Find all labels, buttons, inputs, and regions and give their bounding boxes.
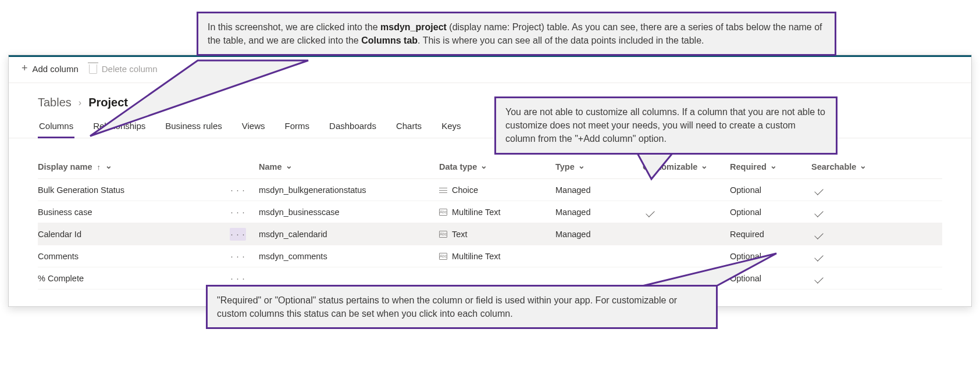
chevron-down-icon <box>578 162 585 171</box>
cell-display-name: Comments <box>38 252 230 261</box>
cell-display-name: Calendar Id <box>38 230 230 239</box>
breadcrumb-tables[interactable]: Tables <box>38 96 72 109</box>
col-name[interactable]: Name <box>259 162 439 171</box>
table-row[interactable]: Calendar Id· · ·msdyn_calendaridAbcTextM… <box>38 223 942 245</box>
add-column-label: Add column <box>33 64 79 74</box>
text-icon: Abc <box>439 231 447 238</box>
check-icon <box>814 208 824 217</box>
chevron-down-icon <box>860 162 867 171</box>
tab-columns[interactable]: Columns <box>38 121 74 138</box>
cell-searchable <box>811 230 887 239</box>
more-actions-button[interactable]: · · · <box>230 184 246 196</box>
cell-data-type: Choice <box>439 185 555 195</box>
plus-icon <box>22 63 28 74</box>
cell-data-type: AbcMultiline Text <box>439 208 555 217</box>
check-icon <box>814 186 824 195</box>
tab-keys[interactable]: Keys <box>440 121 462 138</box>
callout-top-tail <box>90 60 311 142</box>
check-icon <box>814 274 824 284</box>
cell-required: Optional <box>730 185 811 195</box>
more-actions-button[interactable]: · · · <box>230 228 246 241</box>
cell-name: msdyn_businesscase <box>259 208 439 217</box>
table-row[interactable]: Bulk Generation Status· · ·msdyn_bulkgen… <box>38 179 942 201</box>
callout-top: In this screenshot, we are clicked into … <box>197 12 836 56</box>
cell-type: Managed <box>555 185 643 195</box>
chevron-down-icon <box>770 162 777 171</box>
cell-data-type: AbcText <box>439 230 555 239</box>
cell-data-type: AbcMultiline Text <box>439 252 555 261</box>
table-row[interactable]: Business case· · ·msdyn_businesscaseAbcM… <box>38 201 942 223</box>
text-icon: Abc <box>439 209 447 216</box>
more-actions-button[interactable]: · · · <box>230 206 246 219</box>
more-actions-button[interactable]: · · · <box>230 272 246 285</box>
text-icon: Abc <box>439 253 447 260</box>
col-required[interactable]: Required <box>730 162 811 171</box>
col-display-name[interactable]: Display name <box>38 162 230 171</box>
cell-display-name: Business case <box>38 208 230 217</box>
cell-name: msdyn_comments <box>259 252 439 261</box>
tab-dashboards[interactable]: Dashboards <box>328 121 377 138</box>
check-icon <box>646 208 655 217</box>
check-icon <box>814 252 824 262</box>
chevron-down-icon <box>286 162 293 171</box>
cell-searchable <box>811 274 887 283</box>
cell-name: msdyn_bulkgenerationstatus <box>259 185 439 195</box>
grid-header-row: Display name Name Data type Type Customi… <box>38 155 942 179</box>
sort-ascending-icon <box>96 162 102 171</box>
check-icon <box>814 230 824 239</box>
cell-searchable <box>811 185 887 195</box>
callout-right: You are not able to customize all column… <box>494 96 838 155</box>
cell-display-name: Bulk Generation Status <box>38 185 230 195</box>
cell-searchable <box>811 252 887 261</box>
chevron-right-icon: › <box>79 98 81 108</box>
callout-bottom: "Required" or "Optional" status pertains… <box>206 285 718 329</box>
choice-icon <box>439 187 447 193</box>
cell-type: Managed <box>555 230 643 239</box>
more-actions-button[interactable]: · · · <box>230 250 246 263</box>
col-type[interactable]: Type <box>555 162 643 171</box>
svg-marker-2 <box>640 253 776 287</box>
table-row[interactable]: Comments· · ·msdyn_commentsAbcMultiline … <box>38 245 942 267</box>
cell-searchable <box>811 208 887 217</box>
columns-grid: Display name Name Data type Type Customi… <box>9 138 971 289</box>
cell-required: Required <box>730 230 811 239</box>
chevron-down-icon <box>105 162 112 171</box>
cell-type: Managed <box>555 208 643 217</box>
col-searchable[interactable]: Searchable <box>811 162 887 171</box>
chevron-down-icon <box>480 162 487 171</box>
cell-required: Optional <box>730 208 811 217</box>
cell-customizable <box>643 208 730 217</box>
cell-name: msdyn_calendarid <box>259 230 439 239</box>
cell-display-name: % Complete <box>38 274 230 283</box>
col-data-type[interactable]: Data type <box>439 162 555 171</box>
svg-marker-0 <box>90 60 308 136</box>
add-column-button[interactable]: Add column <box>22 63 79 74</box>
chevron-down-icon <box>701 162 708 171</box>
callout-bottom-tail <box>640 253 779 288</box>
tab-charts[interactable]: Charts <box>395 121 423 138</box>
